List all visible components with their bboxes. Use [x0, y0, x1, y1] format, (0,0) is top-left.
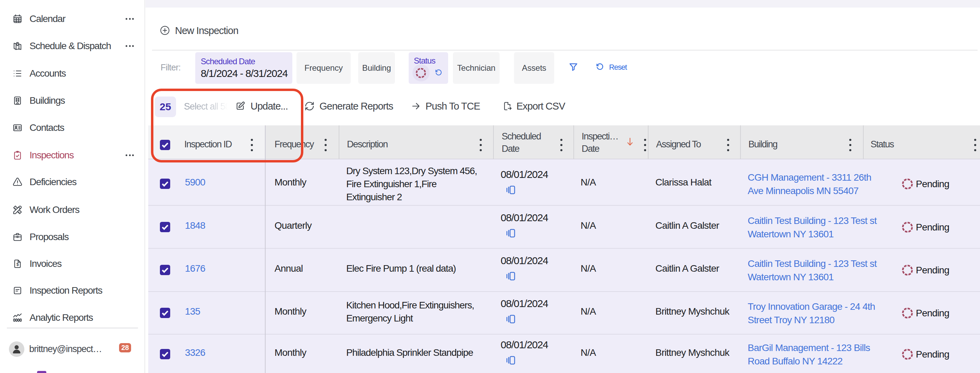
- svg-text:$: $: [16, 262, 19, 267]
